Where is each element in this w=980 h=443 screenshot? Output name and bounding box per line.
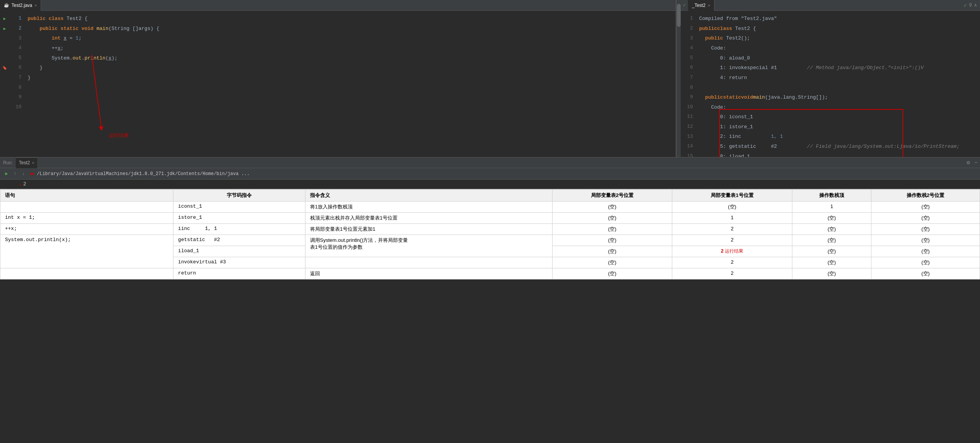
s2-cell: (空) [871, 202, 980, 213]
right-tab-close[interactable]: × [708, 3, 710, 8]
bc-line-12: 1: istore_1 [699, 122, 980, 132]
run-tab-label: Test2 [19, 160, 30, 165]
play-icon[interactable]: ▶ [3, 170, 10, 177]
s2-cell: (空) [871, 246, 980, 257]
stmt-cell: System.out.println(x); [0, 235, 173, 268]
bc-line-10: Code: [699, 102, 980, 112]
bottom-panel: Run: Test2 × ⚙ − ▶ ↑ ↓ ◼ /Library/Java/J… [0, 157, 980, 443]
right-line-numbers: 1 2 3 4 5 6 7 8 9 10 11 12 13 14 15 16 1 [681, 11, 696, 157]
col-header-lv1: 局部变量表1号位置 [672, 190, 792, 202]
col-header-instr: 字节码指令 [173, 190, 305, 202]
instr-cell: iload_1 [173, 246, 305, 257]
minus-icon[interactable]: − [975, 160, 978, 166]
top-cell: (空) [792, 268, 871, 279]
right-code-area: Compiled from "Test2.java" public class … [696, 11, 980, 157]
col-header-meaning: 指令含义 [305, 190, 552, 202]
bc-line-1: Compiled from "Test2.java" [699, 14, 980, 24]
run-line2-icon[interactable]: ▶ [3, 26, 6, 31]
run-tab-bar: Run: Test2 × ⚙ − [0, 157, 980, 168]
check-icon: ✓ [683, 2, 686, 8]
run-toolbar: ▶ ↑ ↓ ◼ /Library/Java/JavaVirtualMachine… [0, 168, 980, 180]
expand-icon[interactable]: ∧ [974, 2, 977, 8]
left-editor-content: ▶ ▶ 🔖 1 2 3 [0, 11, 676, 157]
code-line-6: } [28, 63, 676, 73]
run-result-label: 运行结果 [109, 132, 129, 139]
java-file-icon: ☕ [4, 3, 9, 8]
run-tab-close[interactable]: × [32, 160, 34, 165]
bc-line-9: public static void main(java.lang.String… [699, 93, 980, 102]
scroll-thumb[interactable] [677, 4, 681, 27]
bc-line-14: 5: getstatic #2 // Field java/lang/Syste… [699, 142, 980, 152]
run-label: Run: [3, 160, 13, 165]
right-tab-label: _Test2 [692, 3, 705, 8]
down-arrow-icon[interactable]: ↓ [20, 170, 27, 177]
bc-line-4: Code: [699, 43, 980, 53]
line-count: 9 [969, 3, 972, 8]
instr-cell: getstatic #2 [173, 235, 305, 246]
lv1-cell: 2 [672, 268, 792, 279]
col-header-s2: 操作数栈2号位置 [871, 190, 980, 202]
lv1-cell: 1 [672, 213, 792, 224]
code-line-1: public class Test2 { [28, 14, 676, 24]
code-line-10 [28, 102, 676, 112]
meaning-cell [305, 257, 552, 268]
left-scroll-divider[interactable] [676, 0, 681, 157]
up-arrow-icon[interactable]: ↑ [12, 170, 18, 177]
col-header-top: 操作数栈顶 [792, 190, 871, 202]
meaning-cell: 调用System.out.println()方法，并将局部变量表1号位置的值作为… [305, 235, 552, 257]
run-output-area: → 2 [0, 180, 980, 189]
bc-line-15: 8: iload_1 [699, 151, 980, 157]
code-area: public class Test2 { public static void … [25, 11, 676, 157]
lv2-cell: (空) [552, 246, 672, 257]
stmt-cell [0, 268, 173, 279]
run-output-arrow: → [18, 181, 21, 187]
table-row: int x = 1; istore_1 栈顶元素出栈并存入局部变量表1号位置 (… [0, 213, 980, 224]
instr-cell: istore_1 [173, 213, 305, 224]
main-container: ☕ Test2.java × ▶ ▶ [0, 0, 980, 443]
stmt-cell [0, 202, 173, 213]
right-editor-tab[interactable]: _Test2 × [688, 0, 714, 11]
lv2-cell: (空) [552, 235, 672, 246]
lv2-cell: (空) [552, 268, 672, 279]
right-tab-bar: ✓ _Test2 × ✓ 9 ∧ [681, 0, 980, 11]
bc-line-7: 4: return [699, 73, 980, 83]
instr-cell: iconst_1 [173, 202, 305, 213]
code-line-4: ++x; [28, 43, 676, 53]
right-check-icon: ✓ [964, 2, 967, 8]
meaning-cell: 返回 [305, 268, 552, 279]
meaning-cell: 栈顶元素出栈并存入局部变量表1号位置 [305, 213, 552, 224]
s2-cell: (空) [871, 257, 980, 268]
meaning-cell: 将局部变量表1号位置元素加1 [305, 224, 552, 235]
top-cell: 1 [792, 202, 871, 213]
bc-line-3: public Test2(); [699, 33, 980, 43]
table-row: iconst_1 将1放入操作数栈顶 (空) (空) 1 (空) [0, 202, 980, 213]
code-line-2: public static void main(String []args) { [28, 24, 676, 34]
bookmark-icon: 🔖 [2, 66, 7, 70]
left-tab-close[interactable]: × [35, 3, 37, 8]
left-editor: ☕ Test2.java × ▶ ▶ [0, 0, 676, 157]
run-path: /Library/Java/JavaVirtualMachines/jdk1.8… [37, 171, 977, 177]
bytecode-table: 语句 字节码指令 指令含义 局部变量表2号位置 局部变量表1号位置 操作数栈顶 … [0, 189, 980, 279]
run-tab[interactable]: Test2 × [16, 157, 37, 168]
bc-line-2: public class Test2 { [699, 24, 980, 34]
s2-cell: (空) [871, 235, 980, 246]
col-header-stmt: 语句 [0, 190, 173, 202]
stop-icon[interactable]: ◼ [28, 170, 35, 177]
col-header-lv2: 局部变量表2号位置 [552, 190, 672, 202]
run-line1-icon[interactable]: ▶ [3, 16, 6, 21]
instr-cell: invokevirtual #3 [173, 257, 305, 268]
top-cell: (空) [792, 213, 871, 224]
meaning-cell: 将1放入操作数栈顶 [305, 202, 552, 213]
left-tab-bar: ☕ Test2.java × [0, 0, 676, 11]
table-row: return 返回 (空) 2 (空) (空) [0, 268, 980, 279]
editor-area: ☕ Test2.java × ▶ ▶ [0, 0, 980, 157]
lv1-cell: (空) [672, 202, 792, 213]
left-editor-tab[interactable]: ☕ Test2.java × [0, 0, 41, 11]
line-numbers: 1 2 3 4 5 6 7 8 9 10 [9, 11, 25, 157]
top-cell: (空) [792, 257, 871, 268]
top-cell: (空) [792, 246, 871, 257]
gear-icon[interactable]: ⚙ [967, 159, 970, 166]
left-tab-label: Test2.java [12, 3, 32, 8]
s2-cell: (空) [871, 268, 980, 279]
code-line-5: System.out.println(x); [28, 53, 676, 63]
